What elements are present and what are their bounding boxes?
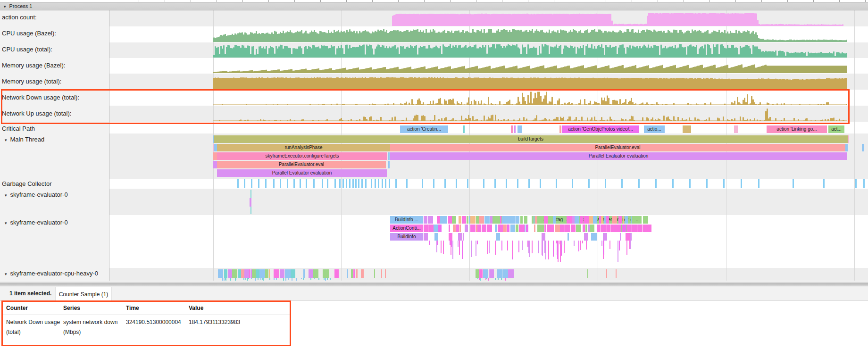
gc-tick[interactable] <box>313 179 315 188</box>
trace-slice[interactable] <box>280 269 285 278</box>
flame-bar[interactable]: skyframeExecutor.configureTargets <box>217 152 387 160</box>
gc-tick[interactable] <box>280 179 281 188</box>
trace-slice[interactable] <box>623 216 624 224</box>
trace-slice[interactable] <box>555 225 560 232</box>
trace-slice-deep[interactable] <box>557 241 558 259</box>
flame-bar[interactable]: actio... <box>644 125 665 133</box>
trace-slice[interactable] <box>424 233 428 241</box>
trace-slice[interactable] <box>612 216 618 224</box>
flame-sliver[interactable] <box>385 269 386 278</box>
flame-sliver[interactable] <box>683 125 691 133</box>
trace-slice-deep[interactable] <box>561 241 562 245</box>
trace-slice[interactable] <box>510 225 515 232</box>
gc-tick[interactable] <box>456 179 457 188</box>
flame-bar[interactable]: BuildInfo ... <box>390 216 423 224</box>
gc-tick[interactable] <box>273 179 275 188</box>
trace-slice[interactable] <box>238 269 241 278</box>
flame-bar[interactable]: ParallelEvaluator.eval <box>217 161 386 168</box>
sidebar-track-critical-path[interactable]: Critical Path <box>2 125 35 132</box>
gc-tick[interactable] <box>655 179 657 188</box>
tab-counter-sample[interactable]: Counter Sample (1) <box>56 287 111 301</box>
trace-slice-deep[interactable] <box>564 241 565 253</box>
trace-slice[interactable] <box>356 269 358 278</box>
trace-slice-deep[interactable] <box>325 278 326 281</box>
trace-slice[interactable] <box>313 269 318 278</box>
trace-slice-deep[interactable] <box>243 278 244 280</box>
trace-slice[interactable] <box>576 225 581 232</box>
trace-slice-deep[interactable] <box>498 278 499 280</box>
flame-sliver[interactable] <box>463 125 465 133</box>
gc-tick[interactable] <box>342 179 344 188</box>
sidebar-track-network-up-usage-total-[interactable]: Network Up usage (total): <box>2 110 71 117</box>
track-area[interactable]: action 'Creatin...action 'GenObjcProtos … <box>0 10 868 281</box>
trace-slice-deep[interactable] <box>512 241 513 257</box>
trace-slice[interactable] <box>449 233 452 241</box>
trace-slice[interactable] <box>519 225 525 232</box>
gc-tick[interactable] <box>863 179 865 188</box>
gc-tick[interactable] <box>378 179 379 188</box>
trace-slice[interactable] <box>610 225 614 232</box>
trace-slice[interactable] <box>580 216 584 224</box>
trace-slice-deep[interactable] <box>245 278 246 280</box>
flame-bar[interactable]: buildTargets <box>214 135 848 143</box>
trace-slice-deep[interactable] <box>582 241 583 243</box>
process-header[interactable]: ▾Process 1 <box>0 2 868 10</box>
trace-slice[interactable] <box>487 225 492 232</box>
trace-slice[interactable] <box>553 216 556 224</box>
trace-slice[interactable] <box>606 233 607 241</box>
gc-tick[interactable] <box>382 179 383 188</box>
trace-slice[interactable] <box>545 216 548 224</box>
gc-tick[interactable] <box>494 179 496 188</box>
trace-slice[interactable] <box>498 225 503 232</box>
trace-slice-deep[interactable] <box>276 278 277 280</box>
trace-slice-deep[interactable] <box>477 241 478 244</box>
collapse-arrow-icon[interactable]: ▾ <box>5 193 7 198</box>
trace-slice[interactable] <box>274 269 278 278</box>
gc-tick[interactable] <box>483 179 484 188</box>
trace-slice[interactable] <box>585 225 588 232</box>
gc-tick[interactable] <box>375 179 376 188</box>
trace-slice[interactable] <box>603 225 607 232</box>
trace-slice[interactable] <box>604 216 606 224</box>
trace-slice[interactable] <box>603 233 606 241</box>
trace-slice-deep[interactable] <box>459 241 460 255</box>
trace-slice[interactable] <box>583 225 585 232</box>
trace-slice[interactable] <box>269 269 270 278</box>
gc-tick[interactable] <box>339 179 341 188</box>
trace-slice-deep[interactable] <box>603 241 604 254</box>
gc-tick[interactable] <box>689 179 691 188</box>
trace-slice[interactable] <box>448 216 452 224</box>
gc-tick[interactable] <box>517 179 518 188</box>
trace-slice-deep[interactable] <box>452 241 453 259</box>
flame-bar[interactable]: action 'Creatin... <box>400 125 448 133</box>
trace-slice[interactable] <box>609 225 610 232</box>
flame-bar[interactable]: action 'Linking go... <box>767 125 827 133</box>
gc-tick[interactable] <box>395 179 397 188</box>
trace-slice[interactable] <box>484 216 490 224</box>
trace-slice[interactable] <box>259 269 265 278</box>
gc-tick[interactable] <box>758 179 760 188</box>
gc-tick[interactable] <box>258 179 259 188</box>
sidebar-track-memory-usage-bazel-[interactable]: Memory usage (Bazel): <box>2 62 65 69</box>
trace-slice[interactable] <box>467 216 469 224</box>
flame-sliver[interactable] <box>213 152 217 160</box>
trace-slice-deep[interactable] <box>574 241 575 246</box>
trace-slice[interactable] <box>647 225 651 232</box>
trace-slice[interactable] <box>597 225 601 232</box>
trace-slice[interactable] <box>490 269 494 278</box>
trace-slice[interactable] <box>438 225 441 232</box>
trace-slice-deep[interactable] <box>476 241 476 256</box>
trace-slice-deep[interactable] <box>318 278 319 280</box>
trace-slice[interactable] <box>503 225 507 232</box>
trace-slice-deep[interactable] <box>436 241 437 252</box>
gc-tick[interactable] <box>334 179 336 188</box>
trace-slice-deep[interactable] <box>532 241 533 253</box>
trace-slice[interactable] <box>496 233 501 241</box>
trace-slice-deep[interactable] <box>542 241 543 256</box>
trace-slice-deep[interactable] <box>260 278 261 280</box>
trace-slice[interactable] <box>437 216 440 224</box>
trace-slice-deep[interactable] <box>224 278 225 281</box>
trace-slice[interactable] <box>618 216 622 224</box>
trace-slice-deep[interactable] <box>548 241 549 259</box>
gc-tick[interactable] <box>823 179 825 188</box>
